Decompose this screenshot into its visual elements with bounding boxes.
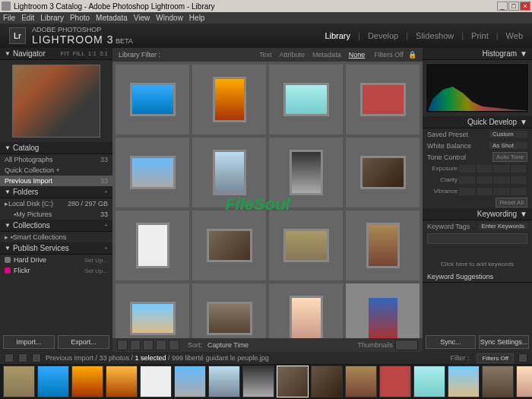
catalog-header[interactable]: ▼ Catalog [0, 142, 112, 154]
grid-cell[interactable] [116, 283, 189, 338]
lock-icon[interactable]: 🔒 [408, 51, 416, 59]
filters-off[interactable]: Filters Off [374, 51, 404, 59]
grid-cell[interactable] [192, 138, 266, 207]
histogram-header[interactable]: Histogram ▼ [423, 48, 532, 60]
status-filters-off[interactable]: Filters Off [477, 353, 514, 363]
filter-opt-text[interactable]: Text [259, 51, 272, 59]
filmstrip[interactable] [0, 364, 532, 399]
filter-toggle-icon[interactable] [518, 353, 527, 363]
grid-cell[interactable] [192, 283, 266, 338]
grid-cell[interactable] [192, 65, 266, 135]
wb-value[interactable]: As Shot [489, 142, 527, 149]
filmstrip-thumb[interactable] [413, 366, 445, 397]
filmstrip-thumb[interactable] [140, 366, 172, 397]
filmstrip-thumb[interactable] [3, 366, 35, 397]
filmstrip-thumb[interactable] [242, 366, 274, 397]
maximize-button[interactable]: □ [508, 2, 519, 11]
menu-help[interactable]: Help [189, 14, 205, 22]
add-keywords-link[interactable]: Click here to add keywords [427, 261, 527, 268]
module-slideshow[interactable]: Slideshow [416, 31, 454, 40]
slider-control[interactable] [459, 176, 527, 184]
grid-cell[interactable] [269, 211, 343, 280]
secondary-display-icon[interactable] [5, 353, 14, 363]
filmstrip-thumb[interactable] [482, 366, 514, 397]
filter-opt-attribute[interactable]: Attribute [280, 51, 306, 59]
module-web[interactable]: Web [506, 31, 523, 40]
menu-file[interactable]: File [3, 14, 15, 22]
sort-value[interactable]: Capture Time [207, 341, 249, 349]
setup-link[interactable]: Set Up... [84, 268, 108, 274]
module-library[interactable]: Library [325, 31, 350, 40]
thumb-size-slider[interactable] [395, 340, 418, 350]
publish-row[interactable]: Hard DriveSet Up... [0, 255, 112, 265]
nav-opt-fill[interactable]: FILL [73, 50, 85, 57]
menu-window[interactable]: Window [156, 14, 183, 22]
import-button[interactable]: Import... [3, 335, 55, 349]
autotone-button[interactable]: Auto Tone [492, 152, 527, 162]
nav-opt-1:1[interactable]: 1:1 [88, 50, 97, 57]
nav-opt-fit[interactable]: FIT [61, 50, 70, 57]
reset-all-button[interactable]: Reset All [496, 198, 527, 207]
filmstrip-thumb[interactable] [516, 366, 532, 397]
slider-control[interactable] [459, 188, 527, 195]
grid-cell[interactable] [346, 211, 420, 280]
catalog-row[interactable]: Previous Import33 [0, 176, 112, 186]
folders-header[interactable]: ▼ Folders + [0, 186, 112, 198]
filmstrip-thumb[interactable] [106, 366, 138, 397]
grid-icon[interactable] [18, 353, 27, 363]
navigator-preview[interactable] [12, 65, 100, 138]
grid-cell[interactable] [346, 138, 420, 207]
compare-view-icon[interactable] [143, 340, 154, 350]
navigator-header[interactable]: ▼ Navigator FITFILL1:13:1 [0, 48, 112, 60]
collection-row[interactable]: ▸ ▪ Smart Collections [0, 232, 112, 242]
grid-cell[interactable] [192, 211, 266, 280]
filmstrip-thumb[interactable] [277, 366, 309, 397]
add-folder-icon[interactable]: + [104, 188, 108, 195]
preset-value[interactable]: Custom [489, 131, 527, 138]
filter-opt-metadata[interactable]: Metadata [312, 51, 341, 59]
grid-view-icon[interactable] [117, 340, 128, 350]
keywords-input[interactable] [427, 233, 527, 244]
menu-photo[interactable]: Photo [70, 14, 90, 22]
grid-cell[interactable] [346, 283, 420, 338]
grid-cell[interactable] [116, 211, 189, 280]
filmstrip-thumb[interactable] [37, 366, 69, 397]
menu-view[interactable]: View [134, 14, 150, 22]
folder-row[interactable]: ▪ My Pictures 33 [0, 209, 112, 220]
grid-cell[interactable] [269, 65, 343, 135]
filmstrip-thumb[interactable] [379, 366, 411, 397]
menu-metadata[interactable]: Metadata [96, 14, 128, 22]
menu-library[interactable]: Library [40, 14, 64, 22]
filmstrip-thumb[interactable] [448, 366, 480, 397]
filmstrip-thumb[interactable] [311, 366, 343, 397]
keywording-header[interactable]: Keywording ▼ [423, 208, 532, 220]
quickdevelop-header[interactable]: Quick Develop ▼ [423, 116, 532, 128]
sync-settings-button[interactable]: Sync Settings... [479, 335, 529, 349]
filmstrip-thumb[interactable] [174, 366, 206, 397]
export-button[interactable]: Export... [58, 335, 109, 349]
kw-tags-dropdown[interactable]: Enter Keywords [479, 223, 527, 230]
loupe-icon[interactable] [32, 353, 41, 363]
drive-row[interactable]: ▸ Local Disk (C:) 280 / 297 GB [0, 198, 112, 209]
sync-button[interactable]: Sync... [426, 335, 476, 349]
publish-header[interactable]: ▼ Publish Services + [0, 242, 112, 255]
grid-cell[interactable] [116, 138, 189, 207]
filmstrip-thumb[interactable] [208, 366, 240, 397]
close-button[interactable]: × [520, 2, 530, 11]
catalog-row[interactable]: Quick Collection + [0, 165, 112, 176]
grid-cell[interactable] [269, 138, 343, 207]
grid-cell[interactable] [116, 65, 189, 135]
filmstrip-thumb[interactable] [71, 366, 103, 397]
minimize-button[interactable]: _ [497, 2, 508, 11]
setup-link[interactable]: Set Up... [84, 257, 108, 264]
painter-icon[interactable] [169, 340, 179, 350]
survey-view-icon[interactable] [156, 340, 166, 350]
grid-cell[interactable] [269, 283, 343, 338]
module-print[interactable]: Print [471, 31, 489, 40]
filmstrip-thumb[interactable] [345, 366, 377, 397]
slider-control[interactable] [459, 165, 527, 173]
collections-header[interactable]: ▼ Collections + [0, 220, 112, 232]
catalog-row[interactable]: All Photographs33 [0, 154, 112, 165]
loupe-view-icon[interactable] [130, 340, 141, 350]
nav-opt-3:1[interactable]: 3:1 [100, 50, 108, 57]
